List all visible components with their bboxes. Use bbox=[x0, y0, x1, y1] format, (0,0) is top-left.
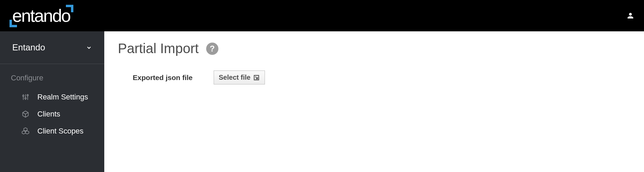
sidebar-item-clients[interactable]: Clients bbox=[0, 106, 104, 123]
svg-point-5 bbox=[27, 94, 28, 96]
main-layout: Entando Configure Realm Settings bbox=[0, 31, 644, 172]
import-icon bbox=[253, 74, 260, 81]
app-header: entando bbox=[0, 0, 644, 31]
sidebar-item-label: Clients bbox=[37, 110, 60, 119]
chevron-down-icon bbox=[86, 45, 92, 51]
sidebar-item-label: Realm Settings bbox=[37, 93, 88, 101]
cubes-icon bbox=[21, 127, 30, 136]
select-file-button[interactable]: Select file bbox=[214, 71, 265, 84]
file-field-label: Exported json file bbox=[126, 74, 193, 82]
form-row-file: Exported json file Select file bbox=[118, 71, 630, 84]
sidebar-section-configure: Configure bbox=[0, 64, 104, 89]
sidebar-item-client-scopes[interactable]: Client Scopes bbox=[0, 123, 104, 140]
svg-point-1 bbox=[23, 95, 24, 96]
realm-selector[interactable]: Entando bbox=[0, 31, 104, 64]
realm-name: Entando bbox=[12, 42, 45, 53]
user-icon bbox=[627, 12, 634, 19]
page-title-row: Partial Import ? bbox=[118, 41, 630, 56]
header-user-area[interactable] bbox=[627, 12, 634, 19]
page-title: Partial Import bbox=[118, 41, 199, 56]
sidebar-item-label: Client Scopes bbox=[37, 127, 84, 136]
sidebar-item-realm-settings[interactable]: Realm Settings bbox=[0, 89, 104, 106]
svg-point-3 bbox=[25, 98, 26, 99]
select-file-button-label: Select file bbox=[219, 74, 250, 81]
help-icon[interactable]: ? bbox=[206, 43, 218, 55]
brand-text: entando bbox=[12, 5, 70, 26]
cube-icon bbox=[21, 110, 30, 119]
sliders-icon bbox=[21, 93, 30, 101]
content-area: Partial Import ? Exported json file Sele… bbox=[104, 31, 644, 172]
sidebar: Entando Configure Realm Settings bbox=[0, 31, 104, 172]
logo-bracket-icon bbox=[66, 5, 73, 12]
brand-logo[interactable]: entando bbox=[12, 5, 70, 26]
